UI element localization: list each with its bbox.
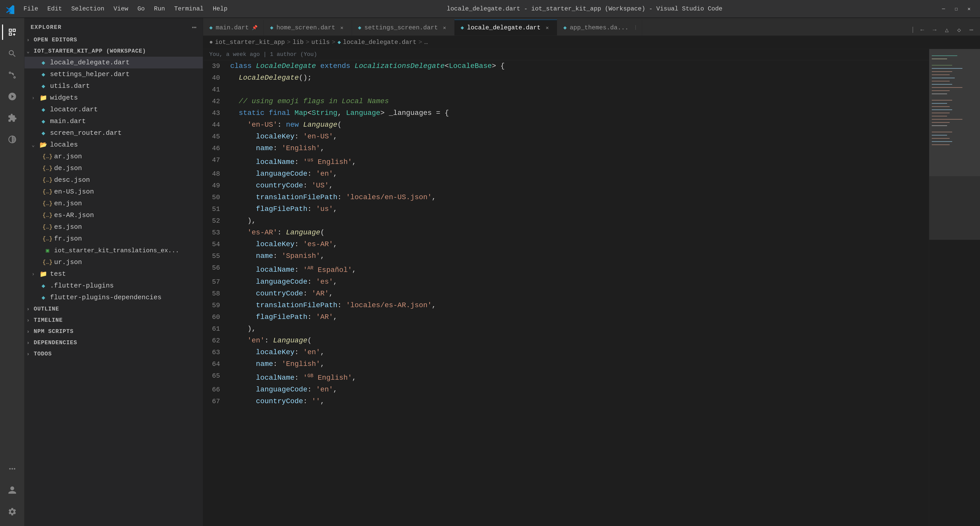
section-workspace[interactable]: ⌄ IOT_STARTER_KIT_APP (WORKSPACE) (24, 45, 203, 57)
sidebar-more-icon[interactable]: ⋯ (192, 23, 197, 32)
line-content: localeKey: 'en', (226, 346, 929, 358)
menu-run[interactable]: Run (150, 4, 169, 13)
sidebar-tree: › OPEN EDITORS ⌄ IOT_STARTER_KIT_APP (WO… (24, 34, 203, 526)
code-line-44: 44 'en-US': new Language( (203, 119, 929, 131)
tab-settings-screen[interactable]: ◆ settings_screen.dart ✕ (352, 20, 455, 35)
tab-main-dart[interactable]: ◆ main.dart 📌 (203, 20, 264, 35)
breadcrumb-item[interactable]: locale_delegate.dart (343, 39, 417, 46)
file-es-json[interactable]: {…} es.json (24, 221, 203, 233)
code-line-53: 53 'es-AR': Language( (203, 227, 929, 239)
file-desc-json[interactable]: {…} desc.json (24, 174, 203, 186)
menu-selection[interactable]: Selection (67, 4, 108, 13)
file-translations-excel[interactable]: ▣ iot_starter_kit_translations_ex... (24, 245, 203, 257)
section-dependencies[interactable]: › DEPENDENCIES (24, 337, 203, 348)
sidebar-title: EXPLORER ⋯ (24, 18, 203, 34)
breadcrumb-file-icon: ◆ (338, 39, 341, 46)
code-line-59: 59 translationFilePath: 'locales/es-AR.j… (203, 300, 929, 311)
split-editor-icon[interactable]: ⎹ (632, 25, 636, 30)
file-locator[interactable]: ◆ locator.dart (24, 104, 203, 115)
file-en-json[interactable]: {…} en.json (24, 198, 203, 209)
navigate-forward-button[interactable]: → (929, 24, 940, 35)
breadcrumb-item[interactable]: iot_starter_kit_app (215, 39, 285, 46)
section-timeline[interactable]: › TIMELINE (24, 315, 203, 326)
code-line-58: 58 countryCode: 'AR', (203, 288, 929, 300)
activity-source-control[interactable] (2, 65, 22, 85)
code-line-54: 54 localeKey: 'es-AR', (203, 239, 929, 250)
navigate-back-button[interactable]: ← (917, 24, 928, 35)
line-content: countryCode: 'AR', (226, 288, 929, 300)
more-actions-button[interactable]: ⋯ (966, 24, 977, 35)
section-open-editors[interactable]: › OPEN EDITORS (24, 34, 203, 45)
open-changes-button[interactable]: △ (941, 24, 953, 35)
code-line-63: 63 localeKey: 'en', (203, 346, 929, 358)
code-line-40: 40 LocaleDelegate(); (203, 72, 929, 84)
tab-locale-delegate[interactable]: ◆ locale_delegate.dart ✕ (455, 20, 557, 35)
file-locale-delegate[interactable]: ◆ locale_delegate.dart (24, 57, 203, 69)
line-num: 65 (203, 370, 226, 382)
section-todos[interactable]: › TODOS (24, 348, 203, 360)
line-num: 41 (203, 84, 226, 96)
section-outline[interactable]: › OUTLINE (24, 303, 203, 315)
code-line-45: 45 localeKey: 'en-US', (203, 131, 929, 142)
code-line-66: 66 languageCode: 'en', (203, 384, 929, 395)
activity-extensions[interactable] (2, 108, 22, 128)
line-content: localName: 'GB English', (226, 370, 929, 384)
maximize-button[interactable]: ☐ (950, 4, 962, 14)
file-fr-json[interactable]: {…} fr.json (24, 233, 203, 245)
menu-go[interactable]: Go (133, 4, 149, 13)
tab-close-icon[interactable]: ✕ (339, 24, 345, 31)
split-editor-button[interactable]: ⎹ (904, 24, 916, 35)
menu-file[interactable]: File (19, 4, 42, 13)
menu-edit[interactable]: Edit (43, 4, 66, 13)
line-num: 53 (203, 227, 226, 239)
file-en-us-json[interactable]: {…} en-US.json (24, 186, 203, 198)
breadcrumb-item[interactable]: lib (293, 39, 304, 46)
line-content: name: 'Spanish', (226, 250, 929, 262)
tab-home-screen[interactable]: ◆ home_screen.dart ✕ (264, 20, 352, 35)
tab-app-themes[interactable]: ◆ app_themes.da... ⎹ (557, 20, 642, 35)
activity-explorer[interactable] (2, 22, 22, 42)
code-line-46: 46 name: 'English', (203, 142, 929, 154)
line-content: class LocaleDelegate extends Localizatio… (226, 60, 929, 72)
code-editor[interactable]: You, a week ago | 1 author (You) 39 clas… (203, 49, 929, 526)
file-main[interactable]: ◆ main.dart (24, 115, 203, 127)
activity-account[interactable] (2, 480, 22, 500)
file-ar-json[interactable]: {…} ar.json (24, 151, 203, 163)
file-de-json[interactable]: {…} de.json (24, 163, 203, 174)
open-preview-button[interactable]: ◇ (953, 24, 965, 35)
line-content: static final Map<String, Language> _lang… (226, 107, 929, 119)
activity-more[interactable] (2, 459, 22, 479)
file-es-ar-json[interactable]: {…} es-AR.json (24, 209, 203, 221)
breadcrumb-item[interactable]: … (424, 39, 428, 46)
file-flutter-plugins[interactable]: ◆ .flutter-plugins (24, 280, 203, 292)
breadcrumb-item[interactable]: utils (311, 39, 330, 46)
menu-view[interactable]: View (110, 4, 132, 13)
tab-close-icon[interactable]: ✕ (544, 24, 551, 32)
file-ur-json[interactable]: {…} ur.json (24, 257, 203, 268)
section-npm-scripts[interactable]: › NPM SCRIPTS (24, 326, 203, 337)
file-utils[interactable]: ◆ utils.dart (24, 80, 203, 92)
line-content: ), (226, 323, 929, 335)
close-button[interactable]: ✕ (963, 4, 975, 14)
folder-test[interactable]: › 📁 test (24, 268, 203, 280)
activity-settings[interactable] (2, 502, 22, 522)
minimap (929, 49, 980, 526)
code-content[interactable]: 39 class LocaleDelegate extends Localiza… (203, 60, 929, 407)
line-content: ), (226, 215, 929, 227)
line-content: name: 'English', (226, 142, 929, 154)
activity-search[interactable] (2, 43, 22, 64)
tab-dart-icon: ◆ (270, 24, 273, 31)
menu-terminal[interactable]: Terminal (170, 4, 207, 13)
folder-locales[interactable]: ⌄ 📂 locales (24, 139, 203, 151)
minimize-button[interactable]: — (938, 4, 950, 14)
tab-close-icon[interactable]: ✕ (441, 24, 448, 31)
file-screen-router[interactable]: ◆ screen_router.dart (24, 127, 203, 139)
line-content: localName: 'us English', (226, 154, 929, 168)
file-flutter-plugins-deps[interactable]: ◆ flutter-plugins-dependencies (24, 292, 203, 303)
folder-widgets[interactable]: › 📁 widgets (24, 92, 203, 104)
file-settings-helper[interactable]: ◆ settings_helper.dart (24, 69, 203, 80)
activity-run-debug[interactable] (2, 86, 22, 107)
code-line-49: 49 countryCode: 'US', (203, 180, 929, 191)
menu-help[interactable]: Help (209, 4, 232, 13)
activity-remote-explorer[interactable] (2, 129, 22, 150)
